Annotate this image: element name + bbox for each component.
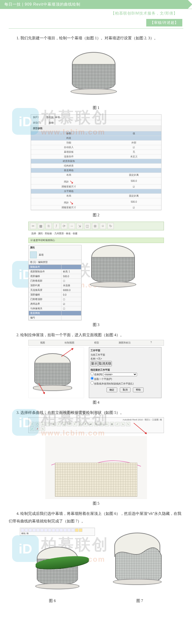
figure-4: 工作平面 当前工作平面 名称: <无> 显示 取消关联 指定新的工作平面 名称(…	[28, 347, 164, 398]
specify-label: 指定新的工作平面	[91, 368, 160, 372]
tool-icon[interactable]: ↻	[107, 223, 114, 229]
cancel-edit-icon[interactable]: ✗	[35, 427, 40, 431]
tool-icon[interactable]: ✂	[30, 223, 36, 229]
model-preview-icon	[87, 245, 159, 294]
draw-tool-icon[interactable]: □	[30, 422, 34, 426]
param-name: 垂直网格	[31, 168, 106, 173]
opt-name-select[interactable]: <none>	[103, 372, 137, 376]
paragraph-1: 1. 我们先新建一个项目，绘制一个幕墙（如图 1）。对幕墙进行设置（如图 2. …	[9, 34, 183, 42]
draw-tool-icon[interactable]: ⤡	[126, 422, 130, 426]
draw-tool-icon[interactable]: ◯	[35, 422, 40, 426]
param-value[interactable]: ☑	[62, 302, 81, 306]
param-value: 外部	[106, 140, 161, 145]
draw-tool-icon[interactable]: ⟲	[94, 422, 98, 426]
param-value[interactable]: 0.0	[62, 292, 81, 297]
family-value: 系统族: 幕墙	[46, 116, 60, 119]
figure-7	[104, 528, 172, 593]
draw-tool-icon[interactable]: ∠	[51, 422, 56, 426]
draw-tool-icon[interactable]: ⌐	[62, 422, 66, 426]
draw-tool-icon[interactable]: ⇄	[89, 422, 93, 426]
dissociate-button[interactable]: 取消关联	[98, 361, 112, 366]
draw-tool-icon[interactable]: △	[41, 422, 45, 426]
draw-tool-icon[interactable]: ◫	[99, 422, 104, 426]
type-label: 类型(T):	[33, 121, 42, 124]
param-value[interactable]	[62, 265, 81, 270]
current-workplane-label: 当前工作平面	[91, 353, 160, 356]
caption-4: 图 4	[9, 400, 183, 405]
dialog-title: 工作平面	[91, 349, 160, 352]
param-value[interactable]: 标高 1	[62, 270, 81, 274]
draw-tool-icon[interactable]: ↘	[121, 422, 125, 426]
draw-tool-icon[interactable]: ✗	[83, 422, 88, 426]
fig4-ribbon: 视图 绘制视图 模型 测图和标注 ?	[28, 340, 164, 346]
param-value[interactable]	[62, 311, 81, 316]
caption-5: 图 5	[9, 501, 183, 506]
opt-name-radio[interactable]: 名称(N)	[91, 373, 103, 376]
param-name: 间距 ↘	[31, 198, 106, 205]
caption-3: 图 3	[9, 322, 183, 328]
name-value: <无>	[96, 357, 102, 360]
show-button[interactable]: 显示	[91, 361, 98, 366]
tool-icon[interactable]: ⟳	[61, 223, 67, 229]
properties-palette: 属性 幕墙 墙 (1) · 编辑类型 限制条件底部限制条件标高 1底部偏移500…	[28, 245, 82, 320]
draw-tool-icon[interactable]: ↺	[67, 422, 72, 426]
draw-tool-icon[interactable]: ×	[73, 422, 77, 426]
param-value[interactable]: ☐	[62, 297, 81, 302]
draw-tool-icon[interactable]: ⌒	[46, 422, 50, 426]
tool-icon[interactable]: ↔	[69, 223, 75, 229]
caption-7: 图 7	[136, 598, 143, 604]
param-name: 无连接高度	[29, 288, 62, 292]
tool-icon[interactable]: ⊞	[92, 223, 98, 229]
param-name: 构造	[31, 136, 106, 140]
instance-params-table: 限制条件底部限制条件标高 1底部偏移500.0已附着底部☐顶部约束未连接无连接高…	[29, 264, 81, 320]
draw-tool-icon[interactable]: ✓	[78, 422, 82, 426]
col-value: 值	[106, 131, 161, 136]
param-value[interactable]: ☐	[62, 279, 81, 283]
param-name: 调整竖梃尺寸	[31, 184, 106, 189]
draw-tool-icon[interactable]: ⤢	[115, 422, 120, 426]
opt-pick-plane-radio[interactable]: 拾取一个平面(P)	[91, 378, 112, 380]
param-value: 固定距离	[106, 173, 161, 178]
type-params-heading: 类型参数	[33, 127, 43, 130]
type-selector[interactable]: 墙 (1) · 编辑类型	[29, 260, 81, 264]
curtain-wall-type-icon	[30, 252, 37, 258]
spline-tool-icon[interactable]: ∿	[41, 427, 45, 431]
tool-icon[interactable]: ▦	[38, 223, 44, 229]
param-name: 垂直网格	[29, 311, 62, 316]
fig6-ribbon: 修改 | 墙	[20, 528, 95, 536]
finish-edit-icon[interactable]: ✓	[30, 427, 34, 431]
param-value[interactable]: ☐	[62, 306, 81, 311]
caption-1: 图 1	[9, 105, 183, 110]
curved-curtain-wall-icon	[114, 545, 163, 584]
properties-title: 属性	[29, 245, 81, 250]
param-value[interactable]: 未连接	[62, 283, 81, 288]
param-value[interactable]	[62, 316, 81, 320]
draw-tool-icon[interactable]: /	[57, 422, 61, 426]
figure-5-canvas	[45, 436, 147, 499]
help-button[interactable]: 帮助	[133, 388, 144, 392]
article-header: 每日一技 | 909 Revit中幕墙顶的曲线绘制 【柏慕联创BIM技术服务，文…	[0, 0, 192, 29]
param-value: 未定义	[106, 154, 161, 159]
type-name: 幕墙	[39, 253, 44, 256]
param-name: 已附着底部	[29, 279, 62, 283]
cancel-button[interactable]: 取消	[120, 388, 130, 392]
param-value[interactable]: 500.0	[62, 274, 81, 279]
param-name: 已附着顶部	[29, 297, 62, 302]
param-name: 材质和装饰	[31, 159, 106, 164]
draw-tool-icon[interactable]: ▤	[110, 422, 114, 426]
figure-6: 修改 | 墙	[20, 528, 95, 596]
app-title: Autodesk Revit 2016 - 项目1 - 立面图: 南	[30, 418, 162, 422]
param-name: 布局	[31, 173, 106, 178]
tool-icon[interactable]: ⌑	[100, 223, 106, 229]
tool-icon[interactable]: ◫	[84, 223, 91, 229]
ok-button[interactable]: 确定	[106, 388, 117, 392]
tool-icon[interactable]: ⇲	[77, 223, 83, 229]
ribbon-toolbar: ✂ ▦ ⎘ ⤴ ⟳ ↔ ⇲ ◫ ⊞ ⌑ ↻	[28, 222, 164, 230]
param-value[interactable]: 6000.0	[62, 288, 81, 292]
paragraph-4: 4. 绘制完成后我们选中幕墙，将幕墙附着在屋顶上（如图 6），然后选中屋顶“eh…	[9, 510, 183, 525]
tool-icon[interactable]: ⤴	[53, 223, 60, 229]
param-value	[106, 159, 161, 164]
opt-pick-line-radio[interactable]: 拾取线并使用绘制该线的工作平面(L)	[91, 382, 134, 385]
tool-icon[interactable]: ⎘	[46, 223, 52, 229]
draw-tool-icon[interactable]: ▭	[104, 422, 109, 426]
